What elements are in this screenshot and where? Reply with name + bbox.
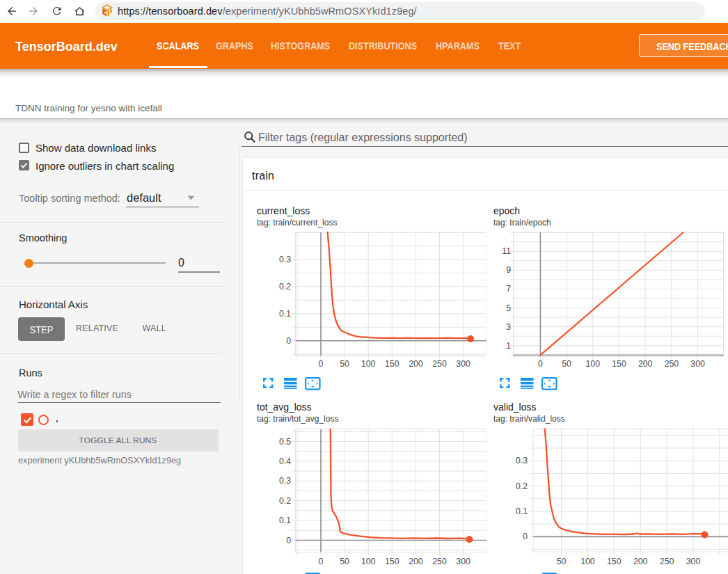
svg-text:0.3: 0.3 <box>516 456 528 465</box>
svg-text:7: 7 <box>506 284 511 294</box>
svg-text:100: 100 <box>361 359 376 369</box>
svg-text:200: 200 <box>633 557 648 566</box>
svg-text:1: 1 <box>506 341 511 351</box>
svg-text:5: 5 <box>506 303 511 313</box>
svg-text:250: 250 <box>665 359 679 369</box>
svg-text:0.1: 0.1 <box>279 309 291 319</box>
svg-text:0: 0 <box>286 536 291 545</box>
svg-text:300: 300 <box>686 557 701 566</box>
svg-text:100: 100 <box>580 557 595 566</box>
svg-text:0.4: 0.4 <box>279 456 291 466</box>
svg-text:0.1: 0.1 <box>516 507 528 516</box>
svg-text:0.5: 0.5 <box>279 437 291 447</box>
svg-text:50: 50 <box>340 557 349 566</box>
svg-text:150: 150 <box>612 359 626 369</box>
svg-text:50: 50 <box>557 557 567 566</box>
svg-text:0: 0 <box>319 359 324 369</box>
svg-text:0.1: 0.1 <box>279 516 291 525</box>
svg-text:9: 9 <box>506 265 511 275</box>
svg-text:0: 0 <box>523 532 528 541</box>
svg-text:3: 3 <box>506 322 511 332</box>
svg-text:0.3: 0.3 <box>279 255 291 264</box>
svg-text:100: 100 <box>586 359 601 369</box>
svg-text:0.2: 0.2 <box>516 481 528 491</box>
svg-text:0: 0 <box>538 359 543 369</box>
svg-text:150: 150 <box>607 557 622 566</box>
svg-text:300: 300 <box>456 557 470 566</box>
svg-text:200: 200 <box>638 359 653 369</box>
svg-text:300: 300 <box>690 359 705 369</box>
svg-text:200: 200 <box>409 359 423 369</box>
svg-text:0.2: 0.2 <box>279 496 291 506</box>
svg-text:0.3: 0.3 <box>279 476 291 486</box>
svg-text:150: 150 <box>385 359 399 369</box>
svg-text:150: 150 <box>385 557 399 566</box>
svg-text:100: 100 <box>361 557 376 566</box>
svg-text:250: 250 <box>660 557 674 566</box>
svg-text:11: 11 <box>502 246 511 256</box>
svg-text:50: 50 <box>340 359 349 369</box>
svg-text:0: 0 <box>286 336 291 346</box>
svg-text:250: 250 <box>432 359 447 369</box>
svg-text:0: 0 <box>319 557 324 566</box>
svg-text:200: 200 <box>409 557 423 566</box>
svg-text:50: 50 <box>562 359 571 369</box>
svg-text:300: 300 <box>456 359 470 369</box>
svg-text:250: 250 <box>432 557 447 566</box>
svg-text:0.2: 0.2 <box>279 282 291 292</box>
